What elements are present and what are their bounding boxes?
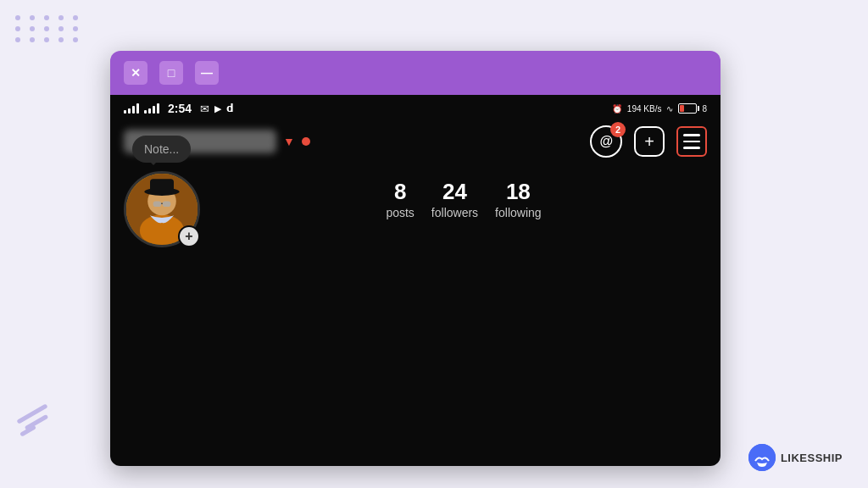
avatar-container: Note...: [124, 171, 200, 247]
logo-text: LIKESSHIP: [781, 452, 843, 464]
svg-rect-5: [153, 201, 161, 207]
battery-level: 8: [702, 104, 707, 114]
svg-rect-4: [150, 179, 174, 193]
status-left: 2:54 ✉ ▶ 𝗱: [124, 102, 234, 115]
youtube-icon: ▶: [214, 103, 221, 114]
decorative-lines-left: [15, 412, 49, 437]
alarm-icon: ⏰: [612, 104, 622, 114]
plus-icon: +: [644, 133, 654, 150]
kb-speed: 194 KB/s: [627, 104, 662, 114]
svg-rect-6: [163, 201, 170, 207]
followers-count: 24: [442, 180, 467, 204]
note-text: Note...: [144, 142, 179, 156]
posts-stat[interactable]: 8 posts: [386, 180, 414, 219]
followers-label: followers: [431, 206, 478, 219]
battery-icon: [678, 103, 697, 114]
online-indicator: [302, 137, 310, 146]
signal-icon-2: [144, 103, 159, 114]
menu-button[interactable]: [676, 126, 707, 157]
avatar-add-button[interactable]: +: [178, 225, 200, 247]
maximize-button[interactable]: □: [159, 61, 183, 85]
stats-container: 8 posts 24 followers 18 following: [220, 171, 707, 219]
status-time: 2:54: [168, 102, 192, 115]
wifi-icon: ∿: [666, 104, 673, 114]
nav-right-icons: @ 2 +: [590, 125, 707, 158]
logo-icon: [748, 444, 776, 471]
dropdown-arrow-icon[interactable]: ▼: [283, 135, 295, 148]
status-right: ⏰ 194 KB/s ∿ 8: [612, 103, 707, 114]
note-bubble[interactable]: Note...: [132, 136, 191, 163]
menu-line-2: [683, 141, 700, 143]
followers-stat[interactable]: 24 followers: [431, 180, 478, 219]
following-count: 18: [506, 180, 531, 204]
phone-screen: 2:54 ✉ ▶ 𝗱 ⏰ 194 KB/s ∿ 8: [110, 95, 721, 466]
menu-line-3: [683, 147, 700, 149]
likesship-logo: LIKESSHIP: [748, 444, 843, 471]
threads-button[interactable]: @ 2: [590, 125, 622, 158]
following-stat[interactable]: 18 following: [495, 180, 541, 219]
profile-section: Note...: [110, 164, 721, 254]
messenger-icon: ✉: [200, 103, 209, 115]
add-post-button[interactable]: +: [634, 126, 665, 157]
following-label: following: [495, 206, 541, 219]
posts-label: posts: [386, 206, 414, 219]
threads-badge: 2: [610, 122, 626, 137]
posts-count: 8: [394, 180, 406, 204]
tiktok-icon: 𝗱: [226, 103, 234, 114]
svg-point-8: [748, 444, 776, 471]
title-bar: ✕ □ —: [110, 51, 721, 95]
status-bar: 2:54 ✉ ▶ 𝗱 ⏰ 194 KB/s ∿ 8: [110, 95, 721, 119]
close-button[interactable]: ✕: [124, 61, 147, 85]
decorative-dots: [15, 15, 81, 42]
logo-svg: [748, 444, 776, 471]
instagram-nav: ▼ @ 2 +: [110, 119, 721, 164]
signal-icon-1: [124, 103, 139, 114]
avatar-plus-icon: +: [185, 229, 192, 244]
minimize-button[interactable]: —: [195, 61, 219, 85]
threads-icon-symbol: @: [599, 134, 613, 149]
main-window: ✕ □ — 2:54 ✉: [110, 51, 721, 466]
battery-fill: [680, 105, 684, 112]
menu-line-1: [683, 134, 700, 136]
